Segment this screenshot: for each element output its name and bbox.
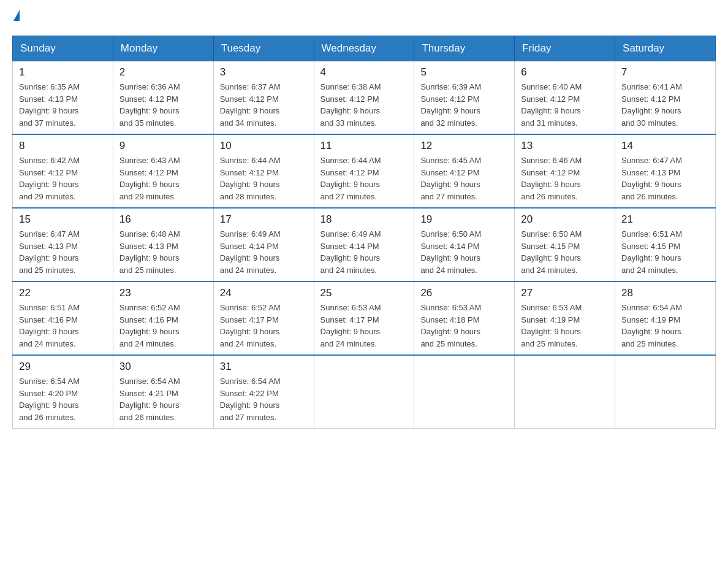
day-info: Sunrise: 6:42 AM Sunset: 4:12 PM Dayligh… <box>19 155 107 202</box>
calendar-cell <box>515 355 615 429</box>
calendar-cell: 18 Sunrise: 6:49 AM Sunset: 4:14 PM Dayl… <box>314 208 414 282</box>
header-day-sunday: Sunday <box>13 36 113 61</box>
week-row-1: 1 Sunrise: 6:35 AM Sunset: 4:13 PM Dayli… <box>13 61 716 135</box>
calendar-cell: 2 Sunrise: 6:36 AM Sunset: 4:12 PM Dayli… <box>113 61 213 135</box>
day-number: 26 <box>420 287 508 299</box>
day-info: Sunrise: 6:35 AM Sunset: 4:13 PM Dayligh… <box>19 81 107 129</box>
calendar-cell: 28 Sunrise: 6:54 AM Sunset: 4:19 PM Dayl… <box>615 282 716 355</box>
day-number: 28 <box>621 287 709 299</box>
calendar-cell: 9 Sunrise: 6:43 AM Sunset: 4:12 PM Dayli… <box>113 134 213 208</box>
day-info: Sunrise: 6:54 AM Sunset: 4:19 PM Dayligh… <box>621 302 709 350</box>
calendar-cell: 11 Sunrise: 6:44 AM Sunset: 4:12 PM Dayl… <box>314 134 414 208</box>
header-row: SundayMondayTuesdayWednesdayThursdayFrid… <box>13 36 716 61</box>
day-number: 2 <box>119 66 207 79</box>
day-number: 8 <box>19 140 107 152</box>
calendar-cell: 8 Sunrise: 6:42 AM Sunset: 4:12 PM Dayli… <box>13 134 113 208</box>
header-day-thursday: Thursday <box>414 36 515 61</box>
day-number: 4 <box>320 66 408 79</box>
page-header <box>12 12 716 23</box>
calendar-cell: 27 Sunrise: 6:53 AM Sunset: 4:19 PM Dayl… <box>515 282 615 355</box>
day-number: 19 <box>420 213 508 226</box>
day-info: Sunrise: 6:48 AM Sunset: 4:13 PM Dayligh… <box>119 228 207 276</box>
calendar-cell: 13 Sunrise: 6:46 AM Sunset: 4:12 PM Dayl… <box>515 134 615 208</box>
header-day-friday: Friday <box>515 36 615 61</box>
day-info: Sunrise: 6:50 AM Sunset: 4:14 PM Dayligh… <box>420 228 508 276</box>
calendar-cell: 3 Sunrise: 6:37 AM Sunset: 4:12 PM Dayli… <box>213 61 314 135</box>
calendar-cell: 12 Sunrise: 6:45 AM Sunset: 4:12 PM Dayl… <box>414 134 515 208</box>
day-number: 16 <box>119 213 207 226</box>
calendar-cell: 20 Sunrise: 6:50 AM Sunset: 4:15 PM Dayl… <box>515 208 615 282</box>
day-number: 12 <box>420 140 508 152</box>
day-number: 20 <box>521 213 609 226</box>
calendar-cell: 5 Sunrise: 6:39 AM Sunset: 4:12 PM Dayli… <box>414 61 515 135</box>
header-day-monday: Monday <box>113 36 213 61</box>
calendar-cell: 17 Sunrise: 6:49 AM Sunset: 4:14 PM Dayl… <box>213 208 314 282</box>
calendar-cell: 31 Sunrise: 6:54 AM Sunset: 4:22 PM Dayl… <box>213 355 314 429</box>
header-day-saturday: Saturday <box>615 36 716 61</box>
day-info: Sunrise: 6:47 AM Sunset: 4:13 PM Dayligh… <box>19 228 107 276</box>
day-number: 14 <box>621 140 709 152</box>
header-day-tuesday: Tuesday <box>213 36 314 61</box>
day-info: Sunrise: 6:49 AM Sunset: 4:14 PM Dayligh… <box>220 228 308 276</box>
day-info: Sunrise: 6:47 AM Sunset: 4:13 PM Dayligh… <box>621 155 709 202</box>
week-row-4: 22 Sunrise: 6:51 AM Sunset: 4:16 PM Dayl… <box>13 282 716 355</box>
day-number: 7 <box>621 66 709 79</box>
day-number: 17 <box>220 213 308 226</box>
calendar-cell: 14 Sunrise: 6:47 AM Sunset: 4:13 PM Dayl… <box>615 134 716 208</box>
calendar-cell: 26 Sunrise: 6:53 AM Sunset: 4:18 PM Dayl… <box>414 282 515 355</box>
day-info: Sunrise: 6:41 AM Sunset: 4:12 PM Dayligh… <box>621 81 709 129</box>
day-info: Sunrise: 6:45 AM Sunset: 4:12 PM Dayligh… <box>420 155 508 202</box>
day-info: Sunrise: 6:54 AM Sunset: 4:22 PM Dayligh… <box>220 375 308 423</box>
header-day-wednesday: Wednesday <box>314 36 414 61</box>
day-info: Sunrise: 6:44 AM Sunset: 4:12 PM Dayligh… <box>220 155 308 202</box>
day-info: Sunrise: 6:54 AM Sunset: 4:20 PM Dayligh… <box>19 375 107 423</box>
week-row-5: 29 Sunrise: 6:54 AM Sunset: 4:20 PM Dayl… <box>13 355 716 429</box>
day-number: 21 <box>621 213 709 226</box>
day-info: Sunrise: 6:49 AM Sunset: 4:14 PM Dayligh… <box>320 228 408 276</box>
day-number: 22 <box>19 287 107 299</box>
calendar-cell: 19 Sunrise: 6:50 AM Sunset: 4:14 PM Dayl… <box>414 208 515 282</box>
day-info: Sunrise: 6:51 AM Sunset: 4:15 PM Dayligh… <box>621 228 709 276</box>
day-number: 9 <box>119 140 207 152</box>
day-number: 27 <box>521 287 609 299</box>
day-info: Sunrise: 6:39 AM Sunset: 4:12 PM Dayligh… <box>420 81 508 129</box>
day-number: 11 <box>320 140 408 152</box>
logo <box>12 12 20 23</box>
day-info: Sunrise: 6:53 AM Sunset: 4:19 PM Dayligh… <box>521 302 609 350</box>
calendar-cell <box>414 355 515 429</box>
day-number: 18 <box>320 213 408 226</box>
day-info: Sunrise: 6:54 AM Sunset: 4:21 PM Dayligh… <box>119 375 207 423</box>
day-number: 24 <box>220 287 308 299</box>
calendar-cell: 25 Sunrise: 6:53 AM Sunset: 4:17 PM Dayl… <box>314 282 414 355</box>
calendar-cell: 30 Sunrise: 6:54 AM Sunset: 4:21 PM Dayl… <box>113 355 213 429</box>
calendar-cell: 15 Sunrise: 6:47 AM Sunset: 4:13 PM Dayl… <box>13 208 113 282</box>
day-info: Sunrise: 6:53 AM Sunset: 4:17 PM Dayligh… <box>320 302 408 350</box>
day-info: Sunrise: 6:36 AM Sunset: 4:12 PM Dayligh… <box>119 81 207 129</box>
day-number: 29 <box>19 361 107 373</box>
day-info: Sunrise: 6:52 AM Sunset: 4:16 PM Dayligh… <box>119 302 207 350</box>
day-info: Sunrise: 6:44 AM Sunset: 4:12 PM Dayligh… <box>320 155 408 202</box>
calendar-table: SundayMondayTuesdayWednesdayThursdayFrid… <box>12 36 716 429</box>
calendar-cell: 1 Sunrise: 6:35 AM Sunset: 4:13 PM Dayli… <box>13 61 113 135</box>
day-info: Sunrise: 6:51 AM Sunset: 4:16 PM Dayligh… <box>19 302 107 350</box>
calendar-cell: 6 Sunrise: 6:40 AM Sunset: 4:12 PM Dayli… <box>515 61 615 135</box>
calendar-cell: 22 Sunrise: 6:51 AM Sunset: 4:16 PM Dayl… <box>13 282 113 355</box>
calendar-cell: 21 Sunrise: 6:51 AM Sunset: 4:15 PM Dayl… <box>615 208 716 282</box>
day-info: Sunrise: 6:38 AM Sunset: 4:12 PM Dayligh… <box>320 81 408 129</box>
day-number: 5 <box>420 66 508 79</box>
day-info: Sunrise: 6:52 AM Sunset: 4:17 PM Dayligh… <box>220 302 308 350</box>
day-number: 15 <box>19 213 107 226</box>
day-number: 10 <box>220 140 308 152</box>
calendar-cell: 7 Sunrise: 6:41 AM Sunset: 4:12 PM Dayli… <box>615 61 716 135</box>
day-info: Sunrise: 6:53 AM Sunset: 4:18 PM Dayligh… <box>420 302 508 350</box>
day-number: 3 <box>220 66 308 79</box>
day-info: Sunrise: 6:46 AM Sunset: 4:12 PM Dayligh… <box>521 155 609 202</box>
calendar-cell: 16 Sunrise: 6:48 AM Sunset: 4:13 PM Dayl… <box>113 208 213 282</box>
week-row-2: 8 Sunrise: 6:42 AM Sunset: 4:12 PM Dayli… <box>13 134 716 208</box>
day-number: 23 <box>119 287 207 299</box>
calendar-cell: 4 Sunrise: 6:38 AM Sunset: 4:12 PM Dayli… <box>314 61 414 135</box>
calendar-cell: 24 Sunrise: 6:52 AM Sunset: 4:17 PM Dayl… <box>213 282 314 355</box>
calendar-body: 1 Sunrise: 6:35 AM Sunset: 4:13 PM Dayli… <box>13 61 716 429</box>
calendar-cell: 10 Sunrise: 6:44 AM Sunset: 4:12 PM Dayl… <box>213 134 314 208</box>
day-info: Sunrise: 6:40 AM Sunset: 4:12 PM Dayligh… <box>521 81 609 129</box>
